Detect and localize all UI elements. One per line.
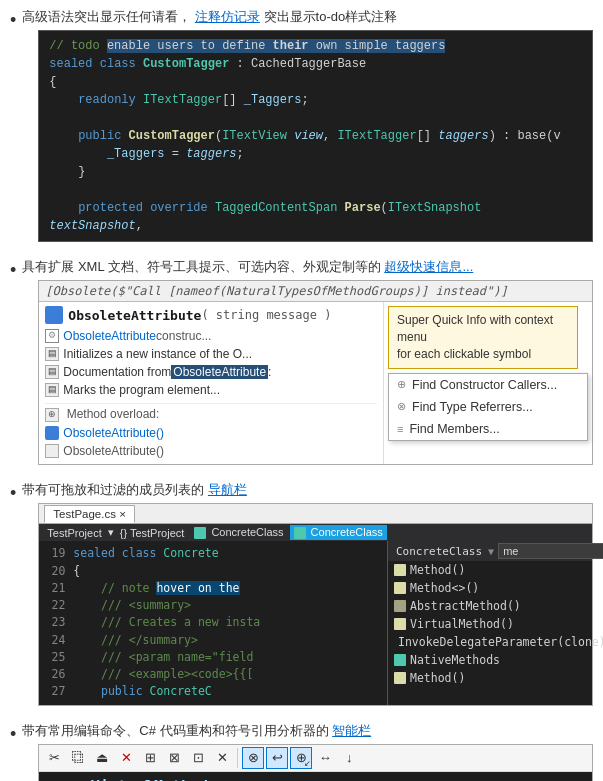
tb-btn7[interactable]: ⊡: [187, 747, 209, 769]
ml-header: ConcreteClass ▼ ≡10↓7◊: [388, 541, 592, 561]
qi-overload-section: ⊕ Method overload: ObsoleteAttribute() O…: [45, 403, 377, 460]
bc-class2[interactable]: ConcreteClass: [290, 525, 387, 540]
toolbar-bar: ✂ ⿻ ⏏ ✕ ⊞ ⊠ ⊡ ✕ ⊗ ↩ ⊕ ↙ ↔ ↓: [39, 745, 592, 772]
quickinfo-panel: [Obsolete($"Call [nameof(NaturalTypesOfM…: [38, 280, 593, 465]
tab-testpage[interactable]: TestPage.cs ×: [44, 505, 135, 523]
member-list-panel: ConcreteClass ▼ ≡10↓7◊ Method() Method<>…: [387, 541, 592, 704]
code-line-22: 22 /// <summary>: [45, 597, 381, 614]
tooltip-box: Super Quick Info with context menufor ea…: [388, 306, 578, 368]
ml-item-virtual[interactable]: VirtualMethod(): [388, 615, 592, 633]
qi-doc-colon: :: [268, 365, 271, 379]
ctor-icon: ⚙: [45, 329, 59, 343]
s3-text: 带有可拖放和过滤的成员列表的: [22, 482, 204, 497]
member-section: TestPage.cs × TestProject ▾ {} TestProje…: [38, 503, 593, 705]
qi-overload1: ObsoleteAttribute(): [45, 424, 377, 442]
find-members-icon: ≡: [397, 423, 403, 435]
code-line-blank: [49, 109, 582, 127]
member-code-area: 19sealed class Concrete 20{ 21 // note h…: [39, 541, 592, 704]
obsolete-icon: [45, 306, 63, 324]
toolbar-code-line1: pu... VirtualMethod () { // overridden m…: [47, 776, 584, 781]
class-icon2: [294, 527, 306, 539]
tb-btn13[interactable]: ↓: [338, 747, 360, 769]
ml-method2-text: Method<>(): [410, 581, 479, 595]
tb-btn12[interactable]: ↔: [314, 747, 336, 769]
ml-item-method1[interactable]: Method(): [388, 561, 592, 579]
ml-item-method3[interactable]: Method(): [388, 669, 592, 687]
section4-text: 带有常用编辑命令、C# 代码重构和符号引用分析器的 智能栏: [22, 722, 593, 740]
ml-virtual-text: VirtualMethod(): [410, 617, 514, 631]
tb-cut[interactable]: ✂: [43, 747, 65, 769]
tb-paste[interactable]: ⏏: [91, 747, 113, 769]
ml-abstract-icon: [394, 600, 406, 612]
breadcrumb-bar: TestProject ▾ {} TestProject ConcreteCla…: [39, 524, 592, 541]
tb-btn5[interactable]: ⊞: [139, 747, 161, 769]
bc-class1[interactable]: ConcreteClass: [190, 525, 287, 540]
code-line-class: sealed class CustomTagger : CachedTagger…: [49, 55, 582, 73]
tb-btn6[interactable]: ⊠: [163, 747, 185, 769]
tb-active2[interactable]: ↩: [266, 747, 288, 769]
ml-native-icon: [394, 654, 406, 666]
cm-item-find-type[interactable]: ⊗ Find Type Referrers...: [389, 396, 587, 418]
find-type-icon: ⊗: [397, 400, 406, 413]
doc-icon1: ▤: [45, 347, 59, 361]
tooltip-text: Super Quick Info with context menufor ea…: [397, 313, 553, 361]
s2-text: 具有扩展 XML 文档、符号工具提示、可选内容、外观定制等的: [22, 259, 380, 274]
tb-active3[interactable]: ⊕ ↙: [290, 747, 312, 769]
tb-delete[interactable]: ✕: [115, 747, 137, 769]
page-container: • 高级语法突出显示任何请看， 注释仿记录 突出显示to-do样式注释 // t…: [0, 0, 603, 781]
qi-title-row: ObsoleteAttribute ( string message ): [45, 306, 377, 324]
ml-search-input[interactable]: [498, 543, 603, 559]
bc-namespace[interactable]: {} TestProject: [116, 526, 189, 540]
code-line-readonly: readonly ITextTagger[] _Taggers;: [49, 91, 582, 109]
ml-item-method2[interactable]: Method<>(): [388, 579, 592, 597]
ml-method3-text: Method(): [410, 671, 465, 685]
qi-body: ObsoleteAttribute ( string message ) ⚙ O…: [39, 302, 592, 464]
overload-icon1: [45, 426, 59, 440]
section3: • 带有可拖放和过滤的成员列表的 导航栏 TestPage.cs × TestP…: [10, 481, 593, 714]
sealed-kw: sealed: [49, 57, 99, 71]
qi-header: [Obsolete($"Call [nameof(NaturalTypesOfM…: [39, 281, 592, 302]
ml-filter-icon: ▼: [488, 546, 494, 557]
class-kw: class: [100, 57, 143, 71]
ml-virtual-icon: [394, 618, 406, 630]
tb-btn8[interactable]: ✕: [211, 747, 233, 769]
s3-link[interactable]: 导航栏: [208, 482, 247, 497]
bullet3: •: [10, 483, 16, 504]
s4-link[interactable]: 智能栏: [332, 723, 371, 738]
code-line-26: 26 /// <example><code>{{[: [45, 666, 381, 683]
qi-row2: ▤ Initializes a new instance of the O...: [45, 345, 377, 363]
s1-link1[interactable]: 注释仿记录: [195, 9, 260, 24]
cm-item-find-members[interactable]: ≡ Find Members...: [389, 418, 587, 440]
ml-item-abstract[interactable]: AbstractMethod(): [388, 597, 592, 615]
bullet4: •: [10, 724, 16, 745]
section3-text: 带有可拖放和过滤的成员列表的 导航栏: [22, 481, 593, 499]
code-line-23: 23 /// Creates a new insta: [45, 614, 381, 631]
qi-classname: ObsoleteAttribute: [68, 308, 201, 323]
ml-item-native[interactable]: NativeMethods: [388, 651, 592, 669]
code-line-27: 27 public ConcreteC: [45, 683, 381, 700]
tb-copy[interactable]: ⿻: [67, 747, 89, 769]
s2-link[interactable]: 超级快速信息...: [384, 259, 473, 274]
code-line-todo: // todo enable users to define their own…: [49, 37, 582, 55]
ml-item-invoke[interactable]: InvokeDelegateParameter(clone): [388, 633, 592, 651]
code-line-25: 25 /// <param name="field: [45, 649, 381, 666]
toolbar-divider: [237, 748, 238, 768]
qi-row1: ⚙ ObsoleteAttribute construc...: [45, 327, 377, 345]
class-name: CustomTagger: [143, 57, 229, 71]
ml-native-text: NativeMethods: [410, 653, 500, 667]
qi-left: ObsoleteAttribute ( string message ) ⚙ O…: [39, 302, 384, 464]
cm-item-find-constructor[interactable]: ⊕ Find Constructor Callers...: [389, 374, 587, 396]
code-line-blank2: [49, 181, 582, 199]
bullet1: •: [10, 10, 16, 31]
bc-testproject[interactable]: TestProject: [43, 526, 105, 540]
code-line-20: 20{: [45, 563, 381, 580]
find-constructor-icon: ⊕: [397, 378, 406, 391]
qi-row3: ▤ Documentation from ObsoleteAttribute :: [45, 363, 377, 381]
colon: : CachedTaggerBase: [229, 57, 366, 71]
qi-right-area: Super Quick Info with context menufor ea…: [384, 302, 592, 464]
toolbar-code: pu... VirtualMethod () { // overridden m…: [39, 772, 592, 781]
qi-ctor-suffix: construc...: [156, 329, 211, 343]
tb-active1[interactable]: ⊗: [242, 747, 264, 769]
code-line-brace-open: {: [49, 73, 582, 91]
s4-text: 带有常用编辑命令、C# 代码重构和符号引用分析器的: [22, 723, 328, 738]
